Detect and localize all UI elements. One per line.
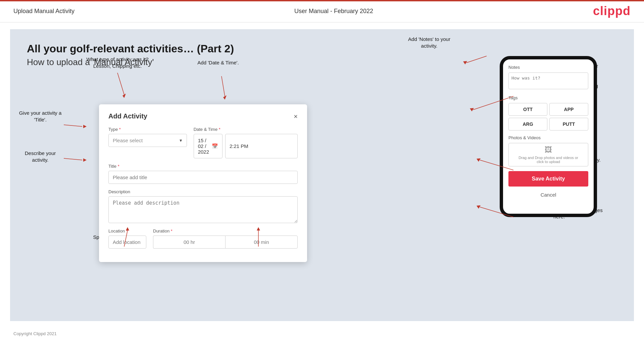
- tag-putt[interactable]: PUTT: [549, 118, 588, 131]
- photo-icon: 🖼: [545, 146, 552, 154]
- date-input[interactable]: 15 / 02 / 2022 📅: [194, 134, 222, 158]
- phone-mockup: Notes Tags OTT APP ARG PUTT Photos & Vid…: [500, 56, 597, 217]
- photo-upload-area[interactable]: 🖼 Drag and Drop photos and videos or cli…: [508, 143, 588, 166]
- ann-datetime: Add 'Date & Time'.: [188, 59, 248, 66]
- location-label: Location *: [108, 228, 146, 234]
- form-row-location-duration: Location * Duration *: [108, 228, 298, 249]
- form-row-type-datetime: Type * Please select Date & Time * 15: [108, 127, 298, 158]
- description-label: Description: [108, 189, 298, 194]
- form-group-datetime: Date & Time * 15 / 02 / 2022 📅: [194, 127, 298, 158]
- photos-label: Photos & Videos: [508, 135, 588, 140]
- add-activity-modal: Add Activity × Type * Please select: [99, 104, 307, 262]
- notes-label: Notes: [508, 65, 588, 70]
- duration-label: Duration *: [153, 228, 298, 234]
- modal-title: Add Activity: [108, 112, 147, 120]
- svg-marker-1: [122, 94, 126, 98]
- datetime-group: 15 / 02 / 2022 📅: [194, 134, 298, 158]
- title-label: Title *: [108, 164, 298, 169]
- tags-grid: OTT APP ARG PUTT: [508, 103, 588, 131]
- svg-marker-5: [83, 125, 87, 128]
- form-group-type: Type * Please select: [108, 127, 187, 158]
- location-input[interactable]: [108, 236, 146, 249]
- cancel-button[interactable]: Cancel: [539, 190, 558, 200]
- phone-container: Notes Tags OTT APP ARG PUTT Photos & Vid…: [500, 56, 597, 217]
- type-select-wrapper: Please select: [108, 134, 187, 147]
- type-label: Type *: [108, 127, 187, 132]
- tag-ott[interactable]: OTT: [508, 103, 547, 116]
- phone-inner: Notes Tags OTT APP ARG PUTT Photos & Vid…: [503, 59, 594, 205]
- type-select[interactable]: Please select: [108, 134, 187, 147]
- logo: clippd: [593, 4, 631, 18]
- page-title: Upload Manual Activity: [13, 8, 75, 15]
- ann-activity-type: What type of activity was it? Lesson, Ch…: [84, 56, 151, 69]
- svg-marker-15: [470, 108, 474, 111]
- duration-group: [153, 236, 298, 249]
- ann-give-title: Give your activity a 'Title'.: [13, 110, 67, 123]
- modal-wrapper: Add Activity × Type * Please select: [99, 104, 307, 262]
- svg-marker-17: [477, 158, 481, 162]
- top-bar: Upload Manual Activity User Manual - Feb…: [0, 0, 644, 22]
- svg-marker-3: [223, 95, 227, 100]
- modal-header: Add Activity ×: [108, 112, 298, 120]
- tag-arg[interactable]: ARG: [508, 118, 547, 131]
- svg-line-4: [64, 125, 82, 126]
- svg-marker-19: [477, 205, 481, 209]
- form-group-duration: Duration *: [153, 228, 298, 249]
- tags-label: Tags: [508, 95, 588, 100]
- time-input[interactable]: [225, 134, 298, 158]
- modal-close-button[interactable]: ×: [294, 113, 298, 120]
- footer: Copyright Clippd 2021: [0, 328, 644, 340]
- title-input[interactable]: [108, 171, 298, 184]
- svg-line-0: [117, 73, 124, 95]
- ann-notes: Add 'Notes' to your activity.: [392, 36, 466, 49]
- notes-textarea[interactable]: [508, 72, 588, 89]
- svg-line-2: [221, 76, 225, 96]
- tag-app[interactable]: APP: [549, 103, 588, 116]
- duration-min-input[interactable]: [225, 236, 298, 249]
- calendar-icon: 📅: [212, 143, 218, 149]
- photo-upload-text: Drag and Drop photos and videos or click…: [518, 156, 578, 164]
- duration-hr-input[interactable]: [153, 236, 225, 249]
- save-activity-button[interactable]: Save Activity: [508, 171, 588, 187]
- datetime-label: Date & Time *: [194, 127, 298, 132]
- svg-marker-7: [83, 158, 87, 162]
- main-content: All your golf-relevant activities… (Part…: [10, 29, 634, 321]
- form-group-description: Description: [108, 189, 298, 223]
- manual-label: User Manual - February 2022: [294, 8, 373, 15]
- description-textarea[interactable]: [108, 196, 298, 223]
- ann-describe: Describe your activity.: [13, 150, 67, 163]
- form-group-location: Location *: [108, 228, 146, 249]
- main-heading: All your golf-relevant activities… (Part…: [27, 43, 617, 55]
- form-group-title: Title *: [108, 164, 298, 184]
